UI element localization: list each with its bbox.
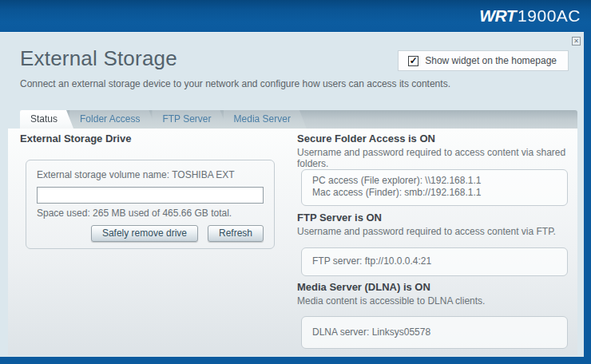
- media-server-panel: DLNA server: Linksys05578: [301, 316, 568, 349]
- page-subtitle: Connect an external storage device to yo…: [20, 78, 450, 89]
- refresh-button[interactable]: Refresh: [208, 225, 264, 242]
- safely-remove-drive-button[interactable]: Safely remove drive: [91, 225, 198, 242]
- space-used-progressbar: [37, 187, 264, 204]
- ftp-server-line: FTP server: ftp://10.0.0.4:21: [312, 255, 567, 267]
- ftp-server-heading: FTP Server is ON: [297, 212, 382, 224]
- status-tab-content: External Storage Drive External storage …: [8, 129, 577, 355]
- show-widget-checkbox-group[interactable]: ✓ Show widget on the homepage: [398, 50, 569, 71]
- dlna-server-line: DLNA server: Linksys05578: [312, 326, 567, 338]
- media-server-description: Media content is accessible to DLNA clie…: [297, 295, 485, 307]
- space-used-label: Space used: 265 MB used of 465.66 GB tot…: [37, 208, 264, 219]
- wrt1900ac-logo: WRT1900AC: [479, 6, 581, 26]
- logo-bold-text: WRT: [479, 6, 516, 25]
- volume-name-label: External storage volume name: TOSHIBA EX…: [37, 169, 264, 180]
- secure-folder-access-description: Username and password required to access…: [297, 147, 577, 169]
- pc-access-line: PC access (File explorer): \\192.168.1.1: [312, 175, 567, 187]
- tab-ftp-server[interactable]: FTP Server: [152, 110, 227, 129]
- media-server-heading: Media Server (DLNA) is ON: [297, 281, 430, 293]
- secure-folder-access-heading: Secure Folder Access is ON: [297, 133, 435, 144]
- ftp-server-description: Username and password required to access…: [297, 226, 556, 237]
- tab-media-server[interactable]: Media Server: [224, 110, 307, 129]
- secure-folder-access-panel: PC access (File explorer): \\192.168.1.1…: [301, 169, 568, 206]
- logo-light-text: 1900AC: [518, 6, 581, 25]
- show-widget-label: Show widget on the homepage: [425, 55, 557, 66]
- drive-panel: External storage volume name: TOSHIBA EX…: [26, 160, 275, 249]
- tab-folder-access[interactable]: Folder Access: [69, 110, 156, 129]
- dialog-header: External Storage Connect an external sto…: [0, 33, 584, 110]
- checkbox-checked-icon[interactable]: ✓: [408, 56, 418, 66]
- external-storage-dialog: ✕ External Storage Connect an external s…: [0, 32, 584, 357]
- page-title: External Storage: [20, 46, 177, 71]
- tab-status[interactable]: Status: [20, 110, 73, 129]
- ftp-server-panel: FTP server: ftp://10.0.0.4:21: [301, 247, 568, 276]
- tab-bar: Status Folder Access FTP Server Media Se…: [20, 110, 577, 129]
- mac-access-line: Mac access (Finder): smb://192.168.1.1: [312, 187, 567, 199]
- external-storage-drive-heading: External Storage Drive: [20, 133, 131, 144]
- brand-header: WRT1900AC: [0, 0, 591, 32]
- drive-actions: Safely remove drive Refresh: [37, 225, 264, 242]
